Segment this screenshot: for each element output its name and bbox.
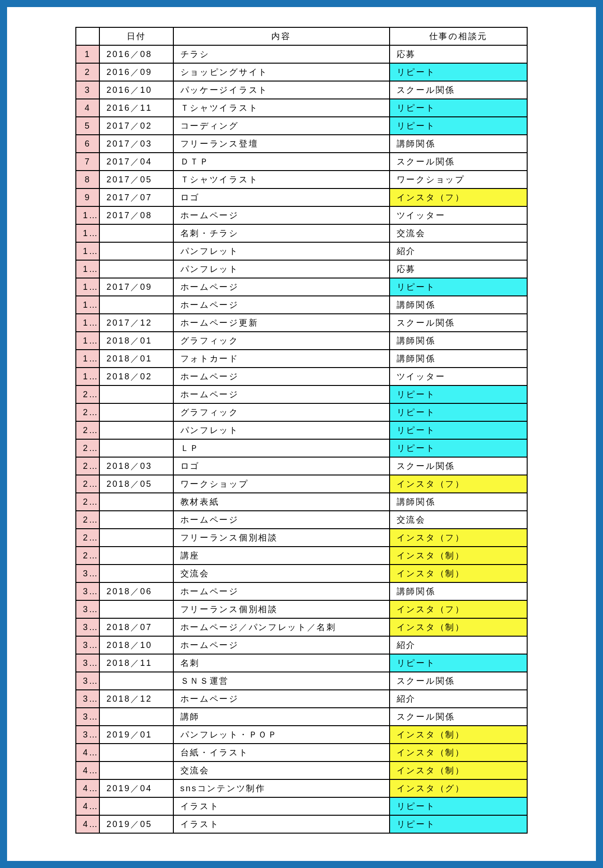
table-row: 92017／07ロゴインスタ（フ） [76, 188, 527, 206]
table-row: 22パンフレットリピート [76, 421, 527, 439]
row-content: フリーランス登壇 [173, 135, 390, 153]
row-number: 17 [76, 332, 99, 350]
table-row: 32016／10パッケージイラストスクール関係 [76, 81, 527, 99]
row-source: 応募 [390, 45, 527, 63]
row-source: 紹介 [390, 242, 527, 260]
row-date: 2017／02 [99, 117, 173, 135]
row-source: リピート [390, 385, 527, 403]
row-date [99, 224, 173, 242]
row-content: 交流会 [173, 565, 390, 582]
row-number: 28 [76, 529, 99, 547]
table-row: 23ＬＰリピート [76, 439, 527, 457]
row-number: 7 [76, 153, 99, 171]
row-number: 30 [76, 565, 99, 582]
row-date [99, 762, 173, 779]
table-row: 172018／01グラフィック講師関係 [76, 332, 527, 350]
row-date [99, 493, 173, 511]
row-source: インスタ（フ） [390, 529, 527, 547]
row-date: 2017／05 [99, 171, 173, 188]
row-date: 2018／02 [99, 368, 173, 385]
row-content: フリーランス個別相談 [173, 600, 390, 618]
row-source: スクール関係 [390, 314, 527, 332]
row-number: 15 [76, 296, 99, 314]
table-row: 82017／05Ｔシャツイラストワークショップ [76, 171, 527, 188]
row-number: 35 [76, 654, 99, 672]
row-number: 16 [76, 314, 99, 332]
row-source: インスタ（制） [390, 547, 527, 565]
row-content: ＳＮＳ運営 [173, 672, 390, 690]
table-row: 422019／04snsコンテンツ制作インスタ（グ） [76, 779, 527, 797]
row-date: 2018／05 [99, 475, 173, 493]
table-row: 442019／05イラストリピート [76, 815, 527, 833]
row-content: Ｔシャツイラスト [173, 99, 390, 117]
row-number: 32 [76, 600, 99, 618]
row-source: リピート [390, 99, 527, 117]
row-source: リピート [390, 797, 527, 815]
row-content: コーディング [173, 117, 390, 135]
row-date: 2018／12 [99, 690, 173, 708]
row-content: ロゴ [173, 457, 390, 475]
row-content: ホームページ [173, 582, 390, 600]
row-date [99, 385, 173, 403]
row-date: 2018／10 [99, 636, 173, 654]
header-content: 内容 [173, 27, 390, 45]
table-row: 30交流会インスタ（制） [76, 565, 527, 582]
row-content: フォトカード [173, 350, 390, 368]
row-number: 31 [76, 582, 99, 600]
row-number: 8 [76, 171, 99, 188]
row-content: snsコンテンツ制作 [173, 779, 390, 797]
row-date: 2016／09 [99, 63, 173, 81]
row-number: 22 [76, 421, 99, 439]
row-content: グラフィック [173, 332, 390, 350]
row-source: リピート [390, 654, 527, 672]
row-content: イラスト [173, 815, 390, 833]
row-source: リピート [390, 278, 527, 296]
row-number: 37 [76, 690, 99, 708]
row-number: 19 [76, 368, 99, 385]
row-source: 応募 [390, 260, 527, 278]
row-number: 12 [76, 242, 99, 260]
work-log-table: 日付 内容 仕事の相談元 12016／08チラシ応募22016／09ショッピング… [75, 27, 528, 834]
table-row: 12016／08チラシ応募 [76, 45, 527, 63]
table-row: 28フリーランス個別相談インスタ（フ） [76, 529, 527, 547]
row-number: 34 [76, 636, 99, 654]
row-content: 交流会 [173, 762, 390, 779]
row-number: 21 [76, 403, 99, 421]
table-row: 27ホームページ交流会 [76, 511, 527, 529]
row-number: 43 [76, 797, 99, 815]
table-row: 21グラフィックリピート [76, 403, 527, 421]
table-row: 41交流会インスタ（制） [76, 762, 527, 779]
row-content: ホームページ [173, 368, 390, 385]
row-date [99, 797, 173, 815]
row-date: 2017／12 [99, 314, 173, 332]
row-source: リピート [390, 815, 527, 833]
row-date [99, 672, 173, 690]
row-content: ホームページ [173, 690, 390, 708]
row-source: インスタ（制） [390, 565, 527, 582]
row-content: 名刺・チラシ [173, 224, 390, 242]
row-content: 教材表紙 [173, 493, 390, 511]
row-source: 紹介 [390, 690, 527, 708]
header-blank [76, 27, 99, 45]
row-source: スクール関係 [390, 672, 527, 690]
table-row: 11名刺・チラシ交流会 [76, 224, 527, 242]
row-number: 3 [76, 81, 99, 99]
table-row: 52017／02コーディングリピート [76, 117, 527, 135]
row-source: リピート [390, 63, 527, 81]
table-row: 342018／10ホームページ紹介 [76, 636, 527, 654]
row-source: 交流会 [390, 511, 527, 529]
table-row: 242018／03ロゴスクール関係 [76, 457, 527, 475]
row-date: 2019／05 [99, 815, 173, 833]
row-number: 4 [76, 99, 99, 117]
row-content: イラスト [173, 797, 390, 815]
row-number: 26 [76, 493, 99, 511]
row-source: リピート [390, 117, 527, 135]
table-row: 372018／12ホームページ紹介 [76, 690, 527, 708]
table-row: 38講師スクール関係 [76, 708, 527, 726]
row-number: 41 [76, 762, 99, 779]
table-row: 102017／08ホームページツイッター [76, 206, 527, 224]
row-number: 39 [76, 726, 99, 744]
row-number: 5 [76, 117, 99, 135]
row-content: チラシ [173, 45, 390, 63]
row-date: 2019／01 [99, 726, 173, 744]
